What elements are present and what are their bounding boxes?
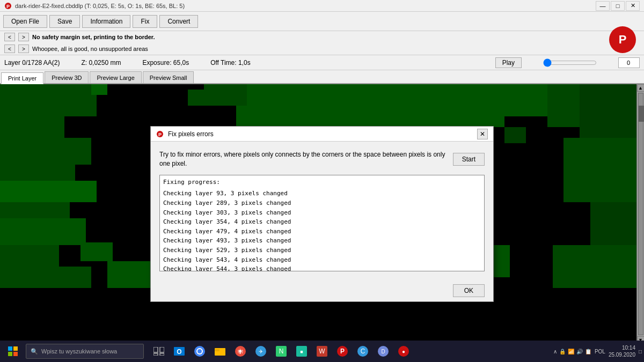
taskbar: 🔍 Wpisz tu wyszukiwane słowa O [0, 341, 644, 362]
search-icon: 🔍 [31, 348, 38, 355]
svg-rect-32 [8, 346, 12, 351]
information-button[interactable]: Information [82, 15, 130, 28]
tab-preview-3d[interactable]: Preview 3D [45, 71, 89, 83]
dialog-title-bar: P Fix pixels errors ✕ [151, 127, 493, 142]
icon-11[interactable]: C [353, 342, 372, 361]
progress-line-3: Checking layer 354, 4 pixels changed [163, 217, 481, 227]
lang-indicator: POL [595, 349, 605, 354]
progress-box[interactable]: Fixing progress: Checking layer 93, 3 pi… [159, 175, 485, 271]
svg-text:P: P [158, 132, 162, 137]
tabs-bar: Print Layer Preview 3D Preview Large Pre… [0, 70, 644, 84]
outlook-icon[interactable]: O [170, 342, 189, 361]
start-button[interactable]: Start [453, 153, 485, 166]
dialog-description-row: Try to fix minor errors, where pixels on… [159, 150, 485, 168]
next-button-2[interactable]: > [18, 45, 29, 53]
taskbar-icons: O 🕷 ✈ [149, 342, 413, 361]
dialog-icon: P [156, 130, 164, 138]
tray-icon-2: 📶 [568, 349, 574, 354]
dialog-description-text: Try to fix minor errors, where pixels on… [159, 150, 448, 168]
tab-print-layer[interactable]: Print Layer [1, 72, 43, 84]
progress-line-6: Checking layer 529, 3 pixels changed [163, 246, 481, 255]
tray-icon-3: 🔊 [576, 349, 583, 354]
tray-icon-4: 📋 [585, 349, 591, 354]
windows-icon [8, 346, 18, 356]
minimize-button[interactable]: — [596, 1, 610, 11]
svg-point-44 [197, 349, 202, 353]
save-button[interactable]: Save [49, 15, 80, 28]
progress-line-1: Checking layer 289, 3 pixels changed [163, 198, 481, 208]
task-view-icon[interactable] [149, 342, 169, 361]
open-file-button[interactable]: Open File [3, 15, 47, 28]
chrome-icon[interactable] [190, 342, 209, 361]
info-row-2: < > Whoopee, all is good, no unsupported… [4, 43, 640, 55]
dialog-title-text: Fix pixels errors [168, 130, 214, 138]
logo-circle: P [609, 26, 636, 53]
icon-12[interactable]: D [374, 342, 393, 361]
svg-text:●: ● [402, 349, 405, 354]
toolbar: Open File Save Information Fix Convert P [0, 12, 644, 31]
dialog-footer: OK [151, 280, 493, 301]
file-explorer-icon[interactable] [210, 342, 230, 361]
svg-rect-34 [8, 352, 12, 356]
notification-button[interactable]: □ [639, 349, 642, 354]
info-text-2: Whoopee, all is good, no unsupported are… [32, 46, 148, 52]
date-display: 25.09.2020 [609, 351, 635, 358]
svg-rect-33 [13, 346, 18, 351]
tab-preview-small[interactable]: Preview Small [143, 71, 194, 83]
prev-button-2[interactable]: < [4, 45, 15, 53]
svg-rect-39 [160, 353, 164, 356]
icon-9[interactable]: W [312, 342, 332, 361]
progress-line-0: Checking layer 93, 3 pixels changed [163, 189, 481, 198]
icon-8[interactable]: ■ [292, 342, 311, 361]
svg-rect-35 [13, 352, 18, 356]
tab-preview-large[interactable]: Preview Large [90, 71, 141, 83]
tray-icon-1: 🔒 [559, 349, 566, 354]
search-bar[interactable]: 🔍 Wpisz tu wyszukiwane słowa [26, 344, 144, 359]
slider-container [543, 58, 597, 67]
window-title: dark-rider-E2-fixed.cbddlp (T: 0,025, E:… [15, 3, 185, 9]
prev-button-1[interactable]: < [4, 33, 15, 41]
start-button-taskbar[interactable] [2, 342, 24, 361]
layer-bar: Layer 0/1728 AA(2) Z: 0,0250 mm Exposure… [0, 55, 644, 70]
app-icon: P [4, 2, 12, 10]
icon-13[interactable]: ● [394, 342, 413, 361]
search-placeholder: Wpisz tu wyszukiwane słowa [41, 348, 117, 354]
icon-7[interactable]: N [272, 342, 291, 361]
svg-text:O: O [177, 348, 181, 356]
svg-text:W: W [319, 348, 325, 355]
maximize-button[interactable]: □ [611, 1, 625, 11]
modal-overlay: P Fix pixels errors ✕ Try to fix minor e… [0, 84, 644, 344]
progress-label: Fixing progress: [163, 178, 481, 187]
title-bar: P dark-rider-E2-fixed.cbddlp (T: 0,025, … [0, 0, 644, 12]
play-button[interactable]: Play [495, 57, 522, 68]
dialog-body: Try to fix minor errors, where pixels on… [151, 142, 493, 280]
time-display: 10:14 [609, 344, 635, 351]
svg-text:■: ■ [300, 349, 303, 354]
next-button-1[interactable]: > [18, 33, 29, 41]
close-window-button[interactable]: ✕ [626, 1, 640, 11]
svg-text:P: P [6, 4, 10, 9]
icon-6[interactable]: ✈ [251, 342, 270, 361]
progress-line-4: Checking layer 479, 4 pixels changed [163, 227, 481, 237]
fix-pixels-dialog: P Fix pixels errors ✕ Try to fix minor e… [150, 126, 494, 302]
icon-5[interactable]: 🕷 [231, 342, 250, 361]
dialog-close-button[interactable]: ✕ [477, 129, 488, 139]
fix-button[interactable]: Fix [133, 15, 157, 28]
layer-number-input[interactable]: 0 [618, 57, 640, 68]
taskbar-time: 10:14 25.09.2020 [609, 344, 635, 358]
progress-line-7: Checking layer 543, 4 pixels changed [163, 255, 481, 265]
tray-caret[interactable]: ∧ [553, 349, 557, 354]
progress-line-2: Checking layer 303, 3 pixels changed [163, 208, 481, 218]
icon-10[interactable]: P [333, 342, 352, 361]
info-row-1: < > No safety margin set, printing to th… [4, 31, 640, 43]
z-info: Z: 0,0250 mm [81, 59, 121, 67]
app-logo: P [606, 24, 639, 56]
svg-rect-37 [160, 347, 164, 352]
layer-slider[interactable] [543, 58, 597, 67]
convert-button[interactable]: Convert [159, 15, 198, 28]
exposure-info: Exposure: 65,0s [142, 59, 189, 67]
svg-rect-46 [215, 349, 219, 351]
title-bar-left: P dark-rider-E2-fixed.cbddlp (T: 0,025, … [4, 2, 185, 10]
ok-button[interactable]: OK [453, 284, 485, 297]
dialog-title-left: P Fix pixels errors [156, 130, 214, 138]
